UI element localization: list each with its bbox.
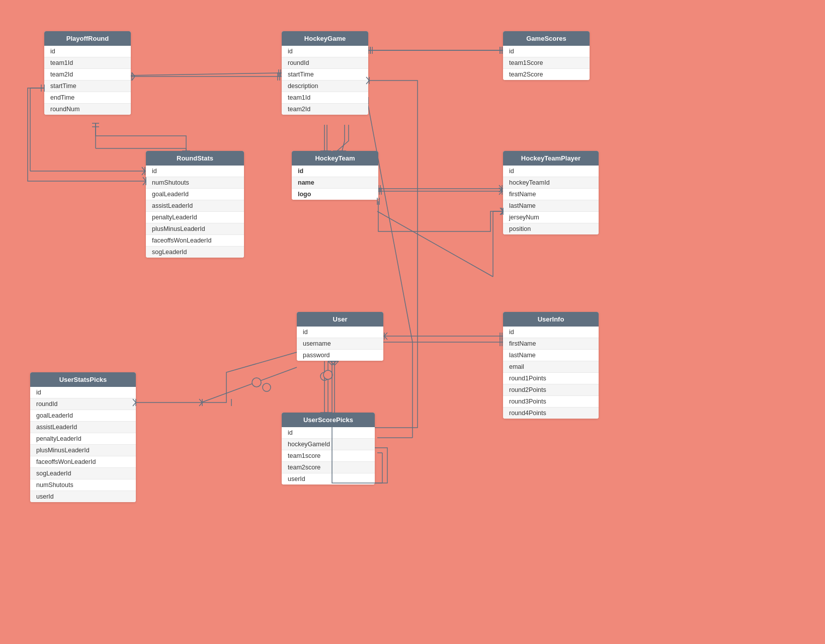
field-rs-goalleaderid: goalLeaderId bbox=[146, 189, 244, 200]
svg-line-31 bbox=[499, 189, 502, 192]
field-playoff-roundnum: roundNum bbox=[44, 104, 131, 115]
field-rs-penaltyleaderid: penaltyLeaderId bbox=[146, 212, 244, 223]
table-header-game-scores: GameScores bbox=[503, 31, 590, 46]
svg-line-78 bbox=[132, 76, 135, 80]
field-gs-team1score: team1Score bbox=[503, 57, 590, 69]
svg-line-125 bbox=[328, 361, 332, 365]
table-header-user: User bbox=[297, 312, 383, 327]
svg-line-69 bbox=[377, 211, 493, 277]
field-htp-hockeyteamid: hockeyTeamId bbox=[503, 177, 599, 189]
field-user-password: password bbox=[297, 350, 383, 361]
svg-line-38 bbox=[201, 367, 297, 403]
table-header-round-stats: RoundStats bbox=[146, 151, 244, 166]
svg-line-114 bbox=[384, 336, 387, 340]
field-usp-userid: userId bbox=[30, 491, 136, 502]
svg-line-37 bbox=[142, 171, 145, 175]
table-hockey-team-player: HockeyTeamPlayer id hockeyTeamId firstNa… bbox=[503, 151, 599, 234]
svg-line-41 bbox=[199, 399, 202, 403]
field-usp-plusminusleaderid: plusMinusLeaderId bbox=[30, 445, 136, 456]
table-user: User id username password bbox=[297, 312, 383, 361]
svg-line-126 bbox=[332, 361, 336, 365]
field-playoff-team1id: team1Id bbox=[44, 57, 131, 69]
table-header-user-score-picks: UserScorePicks bbox=[282, 413, 375, 427]
field-game-id: id bbox=[282, 46, 368, 57]
svg-line-30 bbox=[499, 185, 502, 189]
field-usp-faceoffswonleaderid: faceoffsWonLeaderId bbox=[30, 456, 136, 468]
svg-line-36 bbox=[142, 167, 145, 171]
table-playoff-round: PlayoffRound id team1Id team2Id startTim… bbox=[44, 31, 131, 115]
field-htp-lastname: lastName bbox=[503, 200, 599, 212]
table-header-playoff-round: PlayoffRound bbox=[44, 31, 131, 46]
field-user-id: id bbox=[297, 327, 383, 338]
svg-point-39 bbox=[263, 383, 271, 391]
field-usp-roundid: roundId bbox=[30, 398, 136, 410]
field-rs-faceoffswonleaderid: faceoffsWonLeaderId bbox=[146, 235, 244, 247]
field-htp-position: position bbox=[503, 223, 599, 234]
field-rs-id: id bbox=[146, 166, 244, 177]
table-hockey-game: HockeyGame id roundId startTime descript… bbox=[282, 31, 368, 115]
svg-line-42 bbox=[199, 403, 202, 406]
table-hockey-team: HockeyTeam id name logo bbox=[292, 151, 378, 200]
field-rs-numshutouts: numShutouts bbox=[146, 177, 244, 189]
svg-line-0 bbox=[127, 73, 282, 75]
table-header-hockey-team: HockeyTeam bbox=[292, 151, 378, 166]
field-usp-assistleaderid: assistLeaderId bbox=[30, 422, 136, 433]
field-usp-penaltyleaderid: penaltyLeaderId bbox=[30, 433, 136, 445]
field-game-team2id: team2Id bbox=[282, 104, 368, 115]
field-uscpk-userid: userId bbox=[282, 473, 375, 485]
field-usp-numshutouts: numShutouts bbox=[30, 479, 136, 491]
field-ui-firstname: firstName bbox=[503, 338, 599, 350]
diagram-canvas: PlayoffRound id team1Id team2Id startTim… bbox=[0, 0, 825, 644]
field-playoff-starttime: startTime bbox=[44, 80, 131, 92]
field-usp-sogleaderid: sogLeaderId bbox=[30, 468, 136, 479]
field-game-description: description bbox=[282, 80, 368, 92]
field-uscpk-hockeygameid: hockeyGameId bbox=[282, 439, 375, 450]
table-header-user-stats-picks: UserStatsPicks bbox=[30, 372, 136, 387]
field-playoff-team2id: team2Id bbox=[44, 69, 131, 80]
field-ht-name: name bbox=[292, 177, 378, 189]
table-user-score-picks: UserScorePicks id hockeyGameId team1scor… bbox=[282, 413, 375, 485]
field-user-username: username bbox=[297, 338, 383, 350]
field-usp-id: id bbox=[30, 387, 136, 398]
table-header-user-info: UserInfo bbox=[503, 312, 599, 327]
table-header-hockey-game: HockeyGame bbox=[282, 31, 368, 46]
svg-line-100 bbox=[499, 191, 502, 195]
field-playoff-id: id bbox=[44, 46, 131, 57]
field-gs-team2score: team2Score bbox=[503, 69, 590, 80]
field-game-starttime: startTime bbox=[282, 69, 368, 80]
table-user-stats-picks: UserStatsPicks id roundId goalLeaderId a… bbox=[30, 372, 136, 502]
field-gs-id: id bbox=[503, 46, 590, 57]
field-rs-assistleaderid: assistLeaderId bbox=[146, 200, 244, 212]
svg-line-22 bbox=[342, 141, 345, 151]
field-ui-lastname: lastName bbox=[503, 350, 599, 361]
field-ui-round2points: round2Points bbox=[503, 384, 599, 396]
field-uscpk-team1score: team1score bbox=[282, 450, 375, 462]
svg-point-117 bbox=[323, 370, 333, 379]
svg-line-113 bbox=[384, 333, 387, 336]
svg-line-99 bbox=[499, 188, 502, 191]
table-header-hockey-team-player: HockeyTeamPlayer bbox=[503, 151, 599, 166]
field-uscpk-id: id bbox=[282, 427, 375, 439]
table-game-scores: GameScores id team1Score team2Score bbox=[503, 31, 590, 80]
field-ui-round4points: round4Points bbox=[503, 408, 599, 419]
table-user-info: UserInfo id firstName lastName email rou… bbox=[503, 312, 599, 419]
svg-line-66 bbox=[335, 361, 339, 365]
field-ui-round1points: round1Points bbox=[503, 373, 599, 384]
field-htp-id: id bbox=[503, 166, 599, 177]
field-rs-sogleaderid: sogLeaderId bbox=[146, 247, 244, 258]
field-playoff-endtime: endTime bbox=[44, 92, 131, 104]
field-ui-id: id bbox=[503, 327, 599, 338]
field-usp-goalleaderid: goalLeaderId bbox=[30, 410, 136, 422]
field-ht-logo: logo bbox=[292, 189, 378, 200]
table-round-stats: RoundStats id numShutouts goalLeaderId a… bbox=[146, 151, 244, 258]
field-uscpk-team2score: team2score bbox=[282, 462, 375, 473]
svg-point-50 bbox=[320, 372, 328, 380]
field-htp-jerseynum: jerseyNum bbox=[503, 212, 599, 223]
svg-line-56 bbox=[367, 101, 412, 342]
field-game-roundid: roundId bbox=[282, 57, 368, 69]
field-ht-id: id bbox=[292, 166, 378, 177]
field-ui-email: email bbox=[503, 361, 599, 373]
svg-line-77 bbox=[132, 72, 135, 76]
svg-point-106 bbox=[252, 378, 261, 387]
field-htp-firstname: firstName bbox=[503, 189, 599, 200]
